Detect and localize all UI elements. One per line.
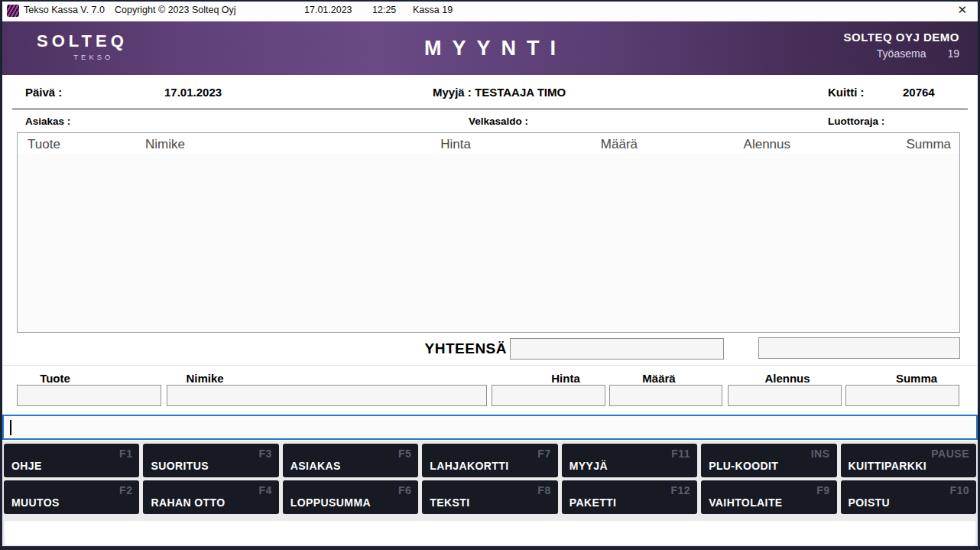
close-icon[interactable]: ✕: [954, 3, 970, 17]
sale-items-table: Tuote Nimike Hinta Määrä Alennus Summa: [17, 132, 960, 333]
seller-line: Myyjä : TESTAAJA TIMO: [433, 86, 566, 99]
customer-label: Asiakas :: [25, 116, 70, 127]
loppusumma-button[interactable]: F6 LOPPUSUMMA: [283, 480, 418, 514]
entry-label-tuote: Tuote: [13, 372, 97, 385]
rahan-otto-button[interactable]: F4 RAHAN OTTO: [143, 480, 278, 514]
lahjakortti-label: LAHJAKORTTI: [430, 460, 508, 472]
seller-value: TESTAAJA TIMO: [475, 86, 566, 99]
entry-field-alennus[interactable]: [728, 385, 842, 406]
column-header-tuote: Tuote: [28, 137, 60, 152]
store-info: SOLTEQ OYJ DEMO Työasema 19: [844, 31, 959, 60]
entry-field-tuote[interactable]: [17, 385, 161, 406]
paketti-label: PAKETTI: [570, 496, 617, 509]
lahjakortti-button[interactable]: F7 LAHJAKORTTI: [422, 444, 557, 477]
kuittiparkki-label: KUITTIPARKKI: [849, 460, 927, 472]
loppusumma-key: F6: [398, 484, 411, 496]
suoritus-label: SUORITUS: [151, 460, 209, 472]
titlebar-time: 12:25: [372, 5, 396, 15]
myyja-key: F11: [671, 447, 690, 460]
ohje-label: OHJE: [11, 460, 42, 472]
debt-label: Velkasaldo :: [469, 116, 528, 127]
poistu-button[interactable]: F10 POISTU: [841, 480, 976, 514]
loppusumma-label: LOPPUSUMMA: [290, 496, 371, 509]
divider: [12, 109, 968, 109]
workstation-value: 19: [947, 47, 959, 60]
date-value: 17.01.2023: [164, 86, 222, 99]
sale-items-list[interactable]: [18, 154, 959, 332]
poistu-label: POISTU: [849, 496, 891, 509]
seller-label: Myyjä :: [433, 86, 472, 99]
suoritus-key: F3: [259, 447, 272, 460]
kuittiparkki-key: PAUSE: [931, 447, 969, 460]
receipt-number: 20764: [903, 86, 935, 99]
paketti-key: F12: [671, 484, 691, 496]
teksti-key: F8: [537, 484, 550, 496]
poistu-key: F10: [949, 484, 969, 496]
total-amount-field[interactable]: [510, 338, 724, 360]
window-title: Tekso Kassa V. 7.0: [24, 5, 105, 15]
column-header-nimike: Nimike: [145, 137, 185, 152]
company-name: SOLTEQ OYJ DEMO: [844, 31, 959, 44]
teksti-label: TEKSTI: [430, 496, 469, 509]
app-window: Tekso Kassa V. 7.0 Copyright © 2023 Solt…: [0, 0, 980, 550]
column-header-maara: Määrä: [601, 137, 638, 152]
column-header-alennus: Alennus: [744, 137, 790, 152]
solteq-app-icon: [7, 5, 19, 17]
title-bar: Tekso Kassa V. 7.0 Copyright © 2023 Solt…: [0, 0, 980, 21]
myyja-label: MYYJÄ: [570, 460, 608, 472]
rahan-otto-key: F4: [259, 484, 272, 496]
rahan-otto-label: RAHAN OTTO: [151, 496, 225, 509]
workstation-row: Työasema 19: [844, 47, 959, 60]
entry-label-summa: Summa: [875, 372, 959, 385]
entry-label-alennus: Alennus: [745, 372, 829, 385]
vaihtolaite-key: F9: [816, 484, 829, 496]
lahjakortti-key: F7: [537, 447, 550, 460]
entry-label-hinta: Hinta: [524, 372, 608, 385]
asiakas-key: F5: [398, 447, 411, 460]
entry-field-maara[interactable]: [609, 385, 722, 406]
function-key-panel: F1 OHJE F3 SUORITUS F5 ASIAKAS F7 LAHJAK…: [2, 441, 978, 546]
asiakas-label: ASIAKAS: [290, 460, 341, 472]
plu-koodit-button[interactable]: INS PLU-KOODIT: [701, 444, 836, 477]
entry-field-summa[interactable]: [845, 385, 959, 406]
column-header-hinta: Hinta: [440, 137, 471, 152]
command-input[interactable]: [2, 415, 978, 440]
plu-koodit-key: INS: [811, 447, 830, 460]
plu-koodit-label: PLU-KOODIT: [709, 460, 778, 472]
divider: [2, 365, 978, 366]
column-header-summa: Summa: [906, 137, 951, 152]
asiakas-button[interactable]: F5 ASIAKAS: [283, 444, 418, 477]
suoritus-button[interactable]: F3 SUORITUS: [143, 444, 278, 477]
receipt-label: Kuitti :: [828, 86, 864, 99]
teksti-button[interactable]: F8 TEKSTI: [422, 480, 557, 514]
entry-label-nimike: Nimike: [163, 372, 247, 385]
vaihtolaite-label: VAIHTOLAITE: [709, 496, 782, 509]
date-label: Päivä :: [25, 86, 62, 99]
app-header: SOLTEQ TEKSO MYYNTI SOLTEQ OYJ DEMO Työa…: [2, 21, 978, 75]
workstation-label: Työasema: [877, 47, 926, 60]
vaihtolaite-button[interactable]: F9 VAIHTOLAITE: [701, 480, 836, 514]
entry-field-nimike[interactable]: [167, 385, 487, 406]
myyja-button[interactable]: F11 MYYJÄ: [562, 444, 697, 477]
titlebar-date: 17.01.2023: [304, 5, 352, 15]
copyright-text: Copyright © 2023 Solteq Oyj: [115, 5, 236, 15]
text-cursor: [10, 420, 11, 435]
total-label: YHTEENSÄ: [413, 340, 507, 357]
page-title: MYYNTI: [2, 37, 978, 60]
muutos-button[interactable]: F2 MUUTOS: [4, 480, 139, 514]
kuittiparkki-button[interactable]: PAUSE KUITTIPARKKI: [841, 444, 976, 477]
ohje-button[interactable]: F1 OHJE: [4, 444, 139, 477]
function-button-grid: F1 OHJE F3 SUORITUS F5 ASIAKAS F7 LAHJAK…: [4, 444, 976, 514]
status-message-bar: [5, 521, 975, 545]
muutos-key: F2: [119, 484, 132, 496]
register-number: Kassa 19: [413, 5, 453, 15]
credit-label: Luottoraja :: [828, 116, 884, 127]
paketti-button[interactable]: F12 PAKETTI: [562, 480, 697, 514]
entry-label-maara: Määrä: [617, 372, 701, 385]
sale-table-header: Tuote Nimike Hinta Määrä Alennus Summa: [18, 133, 959, 154]
ohje-key: F1: [119, 447, 132, 460]
total-secondary-field[interactable]: [758, 337, 960, 359]
entry-field-hinta[interactable]: [492, 385, 605, 406]
muutos-label: MUUTOS: [11, 496, 60, 509]
